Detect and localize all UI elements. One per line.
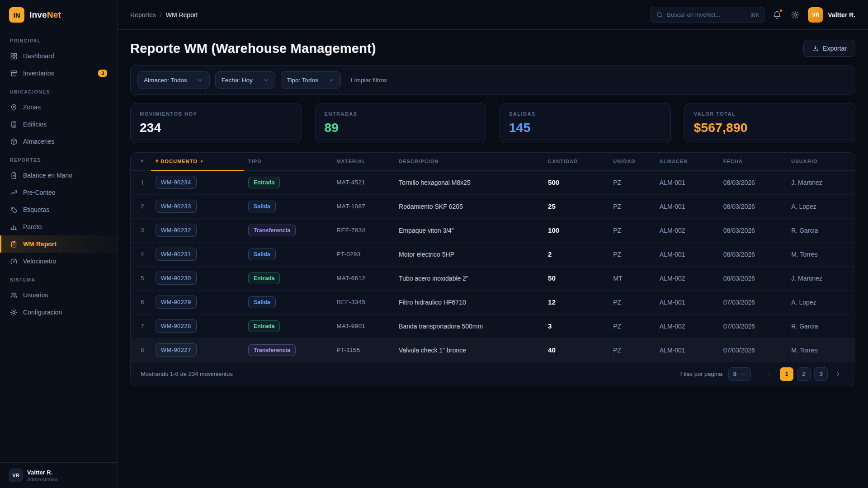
stat-value: 89 bbox=[325, 121, 477, 135]
material-cell: MAT-6612 bbox=[332, 266, 394, 290]
stat-label: Valor total bbox=[694, 111, 846, 117]
stat-label: Movimientos hoy bbox=[140, 111, 292, 117]
sidebar-item-inventarios[interactable]: Inventarios3 bbox=[0, 65, 117, 82]
gauge-icon bbox=[10, 258, 18, 265]
app-logo[interactable]: IN InveNet bbox=[0, 0, 117, 30]
quantity-cell: 500 bbox=[543, 170, 609, 194]
clear-filters-link[interactable]: Limpiar filtros bbox=[351, 77, 387, 84]
column-header-almacen[interactable]: Almacen bbox=[655, 153, 719, 170]
sidebar-item-usuarios[interactable]: Usuarios bbox=[0, 286, 117, 304]
column-header-fecha[interactable]: Fecha bbox=[719, 153, 787, 170]
column-header-descripcion[interactable]: Descripcion bbox=[394, 153, 543, 170]
page-button-2[interactable]: 2 bbox=[797, 367, 811, 381]
document-cell: WM-90229 bbox=[151, 290, 244, 314]
breadcrumb-separator: / bbox=[160, 11, 162, 19]
sidebar: IN InveNet PrincipalDashboardInventarios… bbox=[0, 0, 118, 488]
table-row: 3WM-90232TransferenciaREF-7834Empaque vi… bbox=[131, 218, 855, 242]
sidebar-item-pre-conteo[interactable]: Pre-Conteo bbox=[0, 184, 117, 201]
sidebar-item-label: Zonas bbox=[23, 103, 41, 111]
filter-almacen-select[interactable]: Almacen: Todos bbox=[137, 71, 210, 89]
row-index-cell: 2 bbox=[131, 194, 151, 218]
page-button-3[interactable]: 3 bbox=[814, 367, 828, 381]
sidebar-item-etiquetas[interactable]: Etiquetas bbox=[0, 201, 117, 218]
table-row: 4WM-90231SalidaPT-0293Motor electrico 5H… bbox=[131, 242, 855, 266]
row-index-cell: 6 bbox=[131, 290, 151, 314]
column-header-usuario[interactable]: Usuario bbox=[787, 153, 855, 170]
nav-section-label: Reportes bbox=[0, 150, 117, 167]
column-header-cantidad[interactable]: Cantidad bbox=[543, 153, 609, 170]
document-cell: WM-90234 bbox=[151, 170, 244, 194]
column-header-documento[interactable]: # Documento▼ bbox=[151, 153, 244, 170]
export-button[interactable]: Exportar bbox=[803, 40, 855, 57]
sidebar-item-configuracion[interactable]: Configuracion bbox=[0, 304, 117, 321]
column-header-tipo[interactable]: Tipo bbox=[244, 153, 332, 170]
column-header-label: Fecha bbox=[723, 159, 743, 164]
stats-row: Movimientos hoy234Entradas89Salidas145Va… bbox=[130, 103, 855, 143]
filter-tipo-select[interactable]: Tipo: Todos bbox=[281, 71, 341, 89]
sort-desc-icon: ▼ bbox=[200, 160, 204, 164]
table-footer: Mostrando 1-8 de 234 movimientos Filas p… bbox=[131, 362, 855, 386]
quantity-cell: 50 bbox=[543, 266, 609, 290]
document-link[interactable]: WM-90231 bbox=[156, 248, 197, 261]
rows-per-page-select[interactable]: 8 bbox=[728, 367, 751, 381]
document-link[interactable]: WM-90232 bbox=[156, 224, 197, 237]
topbar-actions: ⌘K VR Valtter R. bbox=[651, 7, 855, 23]
tipo-badge: Entrada bbox=[248, 320, 280, 332]
sidebar-item-edificios[interactable]: Edificios bbox=[0, 116, 117, 133]
prev-page-button[interactable] bbox=[763, 367, 776, 381]
rows-per-page-label: Filas por pagina: bbox=[680, 371, 724, 377]
warehouse-cell: ALM-002 bbox=[655, 218, 719, 242]
archive-icon bbox=[10, 70, 18, 77]
document-link[interactable]: WM-90229 bbox=[156, 296, 197, 309]
column-header-num[interactable]: # bbox=[131, 153, 151, 170]
tipo-badge: Salida bbox=[248, 249, 276, 260]
nav-section-label: Ubicaciones bbox=[0, 82, 117, 99]
description-cell: Tubo acero inoxidable 2" bbox=[394, 266, 543, 290]
tipo-badge: Entrada bbox=[248, 177, 280, 188]
table-row: 2WM-90233SalidaMAT-1087Rodamiento SKF 62… bbox=[131, 194, 855, 218]
column-header-label: Descripcion bbox=[399, 159, 439, 164]
sidebar-item-velocimetro[interactable]: Velocimetro bbox=[0, 253, 117, 270]
document-link[interactable]: WM-90230 bbox=[156, 272, 197, 285]
building-icon bbox=[10, 121, 18, 128]
tipo-cell: Salida bbox=[244, 194, 332, 218]
user-name: Valtter R. bbox=[27, 469, 58, 476]
column-header-label: Unidad bbox=[613, 159, 635, 164]
column-header-label: Usuario bbox=[791, 159, 817, 164]
sidebar-item-almacenes[interactable]: Almacenes bbox=[0, 133, 117, 150]
sidebar-item-zonas[interactable]: Zonas bbox=[0, 99, 117, 116]
search-input[interactable] bbox=[667, 11, 742, 18]
nav-section-label: Principal bbox=[0, 31, 117, 47]
document-link[interactable]: WM-90234 bbox=[156, 176, 197, 189]
description-cell: Empaque viton 3/4" bbox=[394, 218, 543, 242]
description-cell: Banda transportadora 500mm bbox=[394, 314, 543, 338]
search-box[interactable]: ⌘K bbox=[651, 7, 764, 23]
user-cell: R. Garcia bbox=[787, 218, 855, 242]
warehouse-cell: ALM-002 bbox=[655, 314, 719, 338]
column-header-unidad[interactable]: Unidad bbox=[609, 153, 655, 170]
stat-value: $567,890 bbox=[694, 121, 846, 135]
column-header-material[interactable]: Material bbox=[332, 153, 394, 170]
breadcrumb-parent[interactable]: Reportes bbox=[130, 11, 156, 19]
table-footer-controls: Filas por pagina: 8 123 bbox=[680, 367, 845, 381]
filter-fecha-select[interactable]: Fecha: Hoy bbox=[215, 71, 275, 89]
next-page-button[interactable] bbox=[831, 367, 845, 381]
page-content: Reporte WM (Warehouse Management) Export… bbox=[118, 30, 868, 488]
notifications-button[interactable] bbox=[772, 9, 783, 20]
sidebar-item-wm-report[interactable]: WM Report bbox=[0, 235, 117, 253]
clipboard-icon bbox=[10, 240, 18, 248]
settings-button[interactable] bbox=[790, 9, 801, 20]
sidebar-item-label: Edificios bbox=[23, 121, 47, 128]
quantity-cell: 2 bbox=[543, 242, 609, 266]
sidebar-item-dashboard[interactable]: Dashboard bbox=[0, 47, 117, 65]
sidebar-item-balance-en-mano[interactable]: Balance en Mano bbox=[0, 167, 117, 184]
sidebar-user[interactable]: VR Valtter R. Administrador bbox=[0, 462, 117, 488]
user-cell: A. Lopez bbox=[787, 290, 855, 314]
document-link[interactable]: WM-90228 bbox=[156, 319, 197, 333]
page-button-1[interactable]: 1 bbox=[780, 367, 793, 381]
document-link[interactable]: WM-90227 bbox=[156, 343, 197, 357]
row-index-cell: 8 bbox=[131, 338, 151, 362]
user-menu[interactable]: VR Valtter R. bbox=[808, 7, 855, 23]
document-link[interactable]: WM-90233 bbox=[156, 200, 197, 213]
sidebar-item-pareto[interactable]: Pareto bbox=[0, 218, 117, 235]
